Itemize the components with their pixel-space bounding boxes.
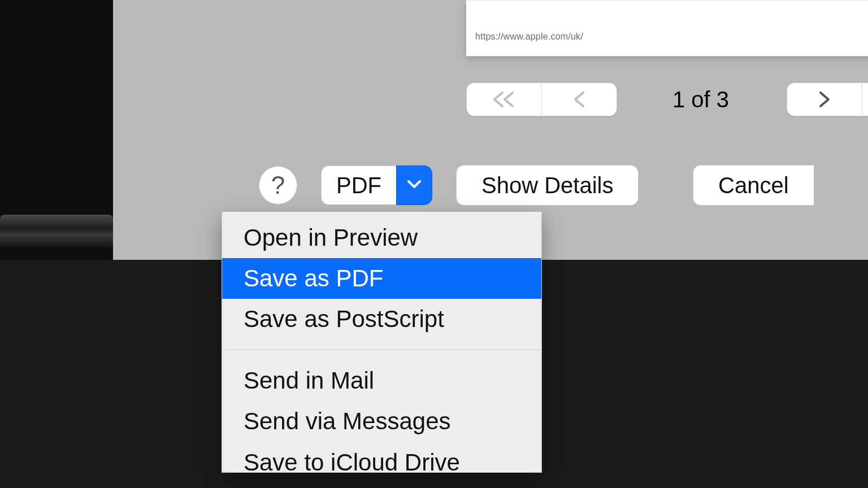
pdf-dropdown[interactable]: PDF <box>321 165 432 205</box>
pager-last-button[interactable] <box>862 83 868 116</box>
preview-url-text: https://www.apple.com/uk/ <box>475 32 583 42</box>
menu-item-save-to-icloud-drive[interactable]: Save to iCloud Drive <box>222 444 541 474</box>
pagination-row: 1 of 3 <box>113 81 868 117</box>
menu-separator <box>222 350 541 350</box>
screenshot-stage: https://www.apple.com/uk/ Page 1 of 3 1 … <box>0 0 868 488</box>
page-preview: https://www.apple.com/uk/ Page 1 of 3 <box>466 0 868 56</box>
chevron-left-icon <box>566 90 592 108</box>
show-details-button[interactable]: Show Details <box>456 165 639 206</box>
cancel-button[interactable]: Cancel <box>693 165 814 206</box>
pdf-dropdown-caret[interactable] <box>396 165 432 205</box>
pager-first-button[interactable] <box>467 83 541 116</box>
pager-next-group <box>787 82 868 116</box>
menu-item-send-via-messages[interactable]: Send via Messages <box>222 401 541 442</box>
help-button[interactable]: ? <box>259 166 297 204</box>
menu-item-save-as-pdf[interactable]: Save as PDF <box>222 258 541 299</box>
pager-prev-button[interactable] <box>541 83 617 116</box>
menu-item-save-as-postscript[interactable]: Save as PostScript <box>222 299 541 339</box>
menu-item-send-in-mail[interactable]: Send in Mail <box>222 360 541 401</box>
page-counter: 1 of 3 <box>633 87 769 112</box>
chevron-down-icon <box>407 179 422 191</box>
help-icon: ? <box>271 171 285 199</box>
pager-prev-group <box>466 82 617 116</box>
pdf-dropdown-label: PDF <box>321 165 396 205</box>
device-edge <box>0 215 113 249</box>
menu-item-open-in-preview[interactable]: Open in Preview <box>222 217 541 258</box>
pdf-dropdown-menu: Open in Preview Save as PDF Save as Post… <box>222 212 542 473</box>
double-chevron-left-icon <box>491 90 517 108</box>
chevron-right-icon <box>811 90 837 108</box>
pager-next-button[interactable] <box>787 83 862 116</box>
